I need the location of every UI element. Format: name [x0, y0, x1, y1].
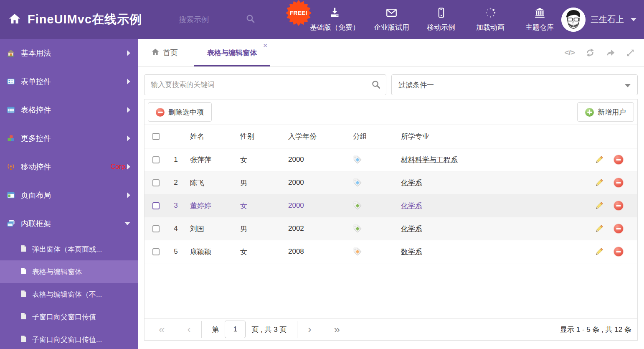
grid-toolbar: 删除选中项 新增用户 — [145, 99, 637, 125]
table-row[interactable]: 4 刘国 男 2002 化学系 — [145, 217, 637, 240]
sidebar-item-form-controls[interactable]: 表单控件 — [0, 67, 138, 96]
cell-gender: 男 — [234, 178, 282, 188]
cell-gender: 男 — [234, 224, 282, 234]
col-header-year[interactable]: 入学年份 — [282, 132, 347, 141]
delete-icon[interactable] — [614, 247, 623, 256]
cell-name: 刘国 — [184, 224, 234, 234]
home-icon[interactable] — [8, 13, 21, 27]
chevron-down-icon — [625, 84, 631, 87]
minus-circle-icon — [156, 108, 165, 117]
chevron-down-icon — [631, 18, 636, 21]
nav-item-basic-edition[interactable]: 基础版（免费） — [310, 7, 360, 32]
avatar[interactable] — [561, 8, 586, 32]
tab-grid-edit-window[interactable]: 表格与编辑窗体 ✕ — [199, 39, 265, 66]
row-checkbox[interactable] — [152, 225, 160, 232]
nav-item-loading-animation[interactable]: 加载动画 — [473, 7, 508, 32]
sidebar-item-iframe[interactable]: 内联框架 — [0, 209, 138, 238]
edit-icon[interactable] — [594, 201, 604, 211]
layout-icon — [6, 191, 15, 199]
nav-item-enterprise-trial[interactable]: 企业版试用 — [374, 7, 409, 32]
edit-icon[interactable] — [594, 155, 604, 165]
edit-icon[interactable] — [594, 178, 604, 188]
user-menu[interactable]: 三生石上 — [561, 0, 636, 39]
header-search-input[interactable] — [179, 15, 246, 24]
major-link[interactable]: 材料科学与工程系 — [401, 155, 458, 165]
spinner-icon — [485, 7, 496, 20]
tag-icon — [353, 224, 362, 233]
open-in-new-icon[interactable] — [606, 48, 615, 57]
nav-label: 企业版试用 — [374, 23, 409, 32]
major-link[interactable]: 化学系 — [401, 224, 422, 234]
plus-circle-icon — [585, 108, 594, 117]
add-user-button[interactable]: 新增用户 — [577, 102, 634, 122]
major-link[interactable]: 化学系 — [401, 201, 422, 211]
house-icon — [6, 49, 15, 57]
username: 三生石上 — [591, 14, 624, 25]
col-header-group[interactable]: 分组 — [347, 132, 395, 141]
expand-icon[interactable] — [626, 48, 635, 57]
delete-icon[interactable] — [614, 178, 623, 187]
major-link[interactable]: 化学系 — [401, 178, 422, 188]
table-row[interactable]: 1 张萍萍 女 2000 材料科学与工程系 — [145, 148, 637, 171]
col-header-gender[interactable]: 性别 — [234, 132, 282, 141]
tab-home[interactable]: 首页 — [143, 39, 186, 66]
delete-icon[interactable] — [614, 224, 623, 233]
form-icon — [6, 78, 15, 85]
grid-panel: 删除选中项 新增用户 姓名 性别 入学年份 分组 所学专业 1 张萍萍 女 20… — [144, 99, 638, 341]
search-icon[interactable] — [246, 14, 256, 25]
sidebar-item-page-layout[interactable]: 页面布局 — [0, 181, 138, 209]
filter-dropdown[interactable]: 过滤条件一 — [391, 74, 638, 95]
chevron-right-icon — [127, 79, 130, 84]
filter-dropdown-value: 过滤条件一 — [398, 80, 434, 90]
nav-item-theme-repo[interactable]: 主题仓库 — [522, 7, 557, 32]
table-row[interactable]: 2 陈飞 男 2000 化学系 — [145, 171, 637, 194]
sidebar-item-grid-controls[interactable]: 表格控件 — [0, 96, 138, 124]
first-page-button[interactable]: « — [154, 324, 170, 335]
next-page-button[interactable]: › — [303, 324, 317, 334]
source-code-icon[interactable]: </> — [565, 48, 575, 57]
sidebar-item-more-controls[interactable]: 更多控件 — [0, 124, 138, 153]
keyword-search[interactable] — [144, 74, 386, 95]
document-icon — [20, 290, 27, 299]
edit-icon[interactable] — [594, 224, 604, 234]
sidebar-item-basic-usage[interactable]: 基本用法 — [0, 39, 138, 67]
row-checkbox[interactable] — [152, 202, 160, 209]
cell-year: 2002 — [282, 224, 347, 233]
edit-icon[interactable] — [594, 247, 604, 257]
sidebar-subitem-grid-edit-window-2[interactable]: 表格与编辑窗体（不... — [0, 283, 138, 306]
table-row[interactable]: 5 康颖颖 女 2008 数学系 — [145, 240, 637, 263]
refresh-icon[interactable] — [586, 48, 595, 57]
nav-item-mobile-demo[interactable]: 移动示例 — [423, 7, 459, 32]
document-icon — [20, 245, 27, 254]
record-summary: 显示 1 - 5 条 , 共 12 条 — [560, 325, 631, 334]
table-row[interactable]: 3 董婷婷 女 2000 化学系 — [145, 194, 637, 217]
close-icon[interactable]: ✕ — [263, 42, 268, 49]
select-all-checkbox[interactable] — [152, 133, 160, 140]
header-search[interactable] — [179, 12, 262, 28]
prev-page-button[interactable]: ‹ — [182, 324, 195, 334]
sidebar-subitem-child-to-parent[interactable]: 子窗口向父窗口传值 — [0, 306, 138, 328]
tab-tools: </> — [565, 48, 644, 57]
delete-icon[interactable] — [614, 155, 623, 164]
row-checkbox[interactable] — [152, 156, 160, 163]
page-number-input[interactable] — [225, 321, 246, 338]
col-header-major[interactable]: 所学专业 — [395, 132, 580, 141]
chevron-right-icon — [127, 135, 130, 141]
row-checkbox[interactable] — [152, 248, 160, 255]
cell-gender: 女 — [234, 201, 282, 211]
sidebar-item-mobile-controls[interactable]: 移动控件 Corp. — [0, 153, 138, 181]
keyword-search-input[interactable] — [144, 74, 386, 95]
delete-icon[interactable] — [614, 201, 623, 210]
major-link[interactable]: 数学系 — [401, 247, 422, 257]
tab-bar: 首页 表格与编辑窗体 ✕ </> — [138, 39, 644, 67]
search-icon[interactable] — [371, 80, 381, 91]
row-checkbox[interactable] — [152, 179, 160, 186]
last-page-button[interactable]: » — [329, 324, 345, 335]
col-header-name[interactable]: 姓名 — [184, 132, 234, 141]
sidebar-subitem-popup-window[interactable]: 弹出窗体（本页面或... — [0, 238, 138, 260]
nav-label: 基础版（免费） — [310, 23, 360, 32]
sidebar-subitem-child-to-parent-2[interactable]: 子窗口向父窗口传值... — [0, 328, 138, 349]
delete-selected-button[interactable]: 删除选中项 — [148, 102, 212, 122]
chevron-right-icon — [127, 107, 130, 113]
sidebar-subitem-grid-edit-window[interactable]: 表格与编辑窗体 — [0, 260, 138, 283]
